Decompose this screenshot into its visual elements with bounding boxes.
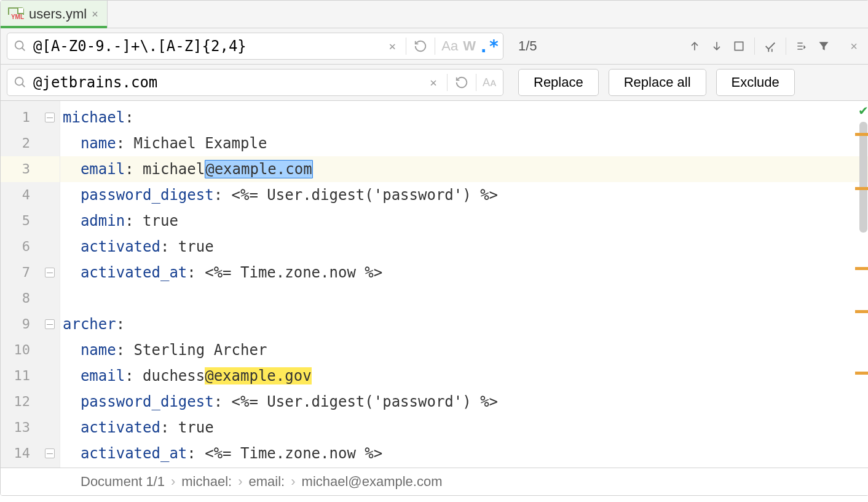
line-number: 2: [1, 130, 60, 156]
tab-close-icon[interactable]: ×: [92, 9, 98, 20]
search-match: @example.gov: [205, 367, 311, 384]
breadcrumb-item[interactable]: email:: [249, 474, 285, 490]
line-number: 11: [1, 363, 60, 389]
svg-rect-4: [735, 42, 743, 50]
find-input[interactable]: @[A-Z0-9.-]+\.[A-Z]{2,4}: [33, 38, 382, 55]
replace-row: @jetbrains.com × Aᴀ Replace Replace all …: [1, 64, 868, 100]
marker[interactable]: [855, 133, 868, 136]
current-search-match: @example.com: [205, 160, 312, 178]
marker[interactable]: [855, 372, 868, 375]
tab-strip: YML users.yml ×: [1, 1, 868, 28]
line-number: 1: [1, 105, 60, 130]
prev-match-icon[interactable]: [684, 36, 705, 57]
find-toolbar: [684, 36, 839, 57]
yaml-file-icon: YML: [8, 7, 24, 20]
match-case-toggle[interactable]: Aa: [439, 36, 460, 57]
svg-line-1: [22, 48, 25, 51]
line-number: 10: [1, 337, 60, 363]
replace-input[interactable]: @jetbrains.com: [33, 74, 424, 91]
fold-toggle[interactable]: [45, 268, 55, 277]
breadcrumb-bar: Document 1/1 › michael: › email: › micha…: [1, 468, 868, 495]
close-find-panel-icon[interactable]: ×: [839, 39, 868, 54]
inspection-ok-icon: ✔: [858, 103, 868, 118]
clear-find-icon[interactable]: ×: [382, 39, 402, 54]
line-number: 7: [1, 260, 60, 285]
search-history-icon[interactable]: [410, 36, 431, 57]
clear-replace-icon[interactable]: ×: [424, 75, 443, 90]
svg-point-0: [15, 41, 23, 49]
marker[interactable]: [855, 310, 868, 313]
replace-button[interactable]: Replace: [518, 69, 599, 96]
search-icon: [14, 76, 27, 89]
marker[interactable]: [855, 267, 868, 270]
fold-toggle[interactable]: [45, 448, 55, 458]
add-selection-icon[interactable]: [760, 36, 781, 57]
svg-point-10: [15, 78, 23, 86]
replace-input-wrapper[interactable]: @jetbrains.com × Aᴀ: [7, 69, 503, 96]
line-number-gutter: 1 2 3 4 5 6 7 8 9 10 11 12 13 14: [1, 101, 60, 468]
replace-history-icon[interactable]: [451, 72, 472, 93]
select-all-occurrences-icon[interactable]: [728, 36, 749, 57]
regex-toggle[interactable]: .*: [478, 36, 499, 57]
preserve-case-toggle[interactable]: Aᴀ: [480, 72, 499, 93]
match-counter: 1/5: [503, 38, 552, 54]
find-input-wrapper[interactable]: @[A-Z0-9.-]+\.[A-Z]{2,4} × Aa W .*: [7, 33, 503, 60]
marker-strip[interactable]: ✔: [858, 101, 868, 468]
line-number: 3: [1, 156, 60, 182]
exclude-button[interactable]: Exclude: [716, 69, 795, 96]
line-number: 4: [1, 182, 60, 208]
search-icon: [14, 39, 27, 53]
replace-all-button[interactable]: Replace all: [609, 69, 706, 96]
next-match-icon[interactable]: [706, 36, 727, 57]
line-number: 9: [1, 311, 60, 337]
ide-window: YML users.yml × @[A-Z0-9.-]+\.[A-Z]{2,4}…: [0, 0, 868, 496]
line-number: 5: [1, 208, 60, 234]
code-view[interactable]: michael: name: Michael Example email: mi…: [60, 101, 868, 468]
line-number: 12: [1, 389, 60, 415]
tab-filename: users.yml: [29, 6, 87, 22]
scrollbar-thumb[interactable]: [859, 122, 867, 233]
breadcrumb-doc[interactable]: Document 1/1: [81, 474, 165, 490]
fold-toggle[interactable]: [45, 319, 55, 329]
fold-toggle[interactable]: [45, 113, 55, 122]
find-replace-panel: @[A-Z0-9.-]+\.[A-Z]{2,4} × Aa W .* 1/5: [1, 28, 868, 101]
line-number: 14: [1, 440, 60, 466]
find-row: @[A-Z0-9.-]+\.[A-Z]{2,4} × Aa W .* 1/5: [1, 28, 868, 64]
whole-word-toggle[interactable]: W: [460, 36, 478, 57]
replace-buttons: Replace Replace all Exclude: [503, 69, 800, 96]
filter-icon[interactable]: [813, 36, 834, 57]
line-number: 8: [1, 285, 60, 311]
line-number: 13: [1, 415, 60, 440]
tab-users-yml[interactable]: YML users.yml ×: [1, 1, 108, 28]
svg-line-11: [22, 84, 25, 87]
marker[interactable]: [855, 187, 868, 190]
breadcrumb-item[interactable]: michael@example.com: [302, 474, 443, 490]
line-number: 6: [1, 234, 60, 260]
editor-area[interactable]: 1 2 3 4 5 6 7 8 9 10 11 12 13 14 michael…: [1, 101, 868, 468]
show-occurrences-icon[interactable]: [791, 36, 812, 57]
breadcrumb-item[interactable]: michael:: [181, 474, 232, 490]
